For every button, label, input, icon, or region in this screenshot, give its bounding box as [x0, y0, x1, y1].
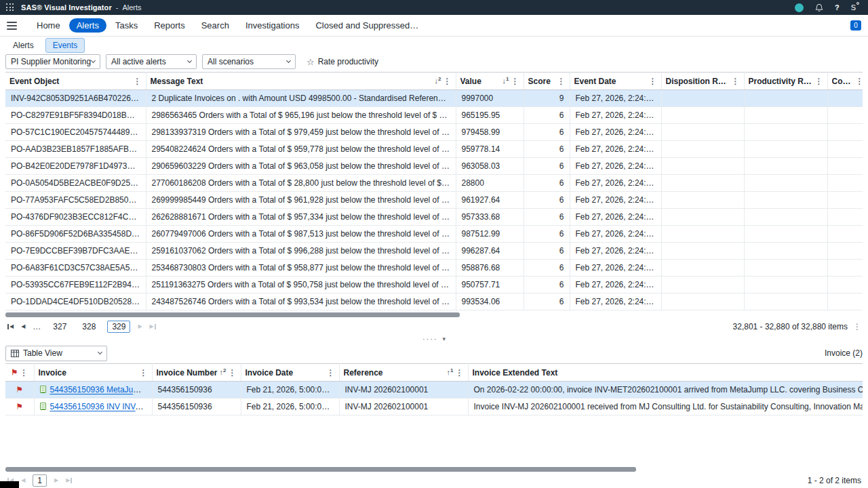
nav-tab-alerts[interactable]: Alerts [69, 18, 106, 33]
cell-message-text: 2 Duplicate Invoices on . with Amount US… [146, 90, 456, 107]
column-menu-icon[interactable]: ⋮ [456, 369, 464, 377]
next-page-button[interactable]: ▶ [138, 324, 142, 329]
cell-message-text: 295408224624 Orders with a Total of $ 95… [146, 141, 456, 158]
invoice-link[interactable]: 544356150936 INV INV-MJ 2… [50, 402, 153, 411]
cell-score: 6 [524, 243, 570, 260]
nav-tab-closed-suppressed[interactable]: Closed and Suppressed… [308, 18, 426, 33]
col-header-comments[interactable]: Comments⋮ [827, 73, 863, 90]
column-menu-icon[interactable]: ⋮ [134, 77, 142, 85]
user-avatar[interactable]: S [851, 3, 859, 12]
last-page-button[interactable]: ▶ [150, 324, 157, 329]
nav-tab-tasks[interactable]: Tasks [108, 18, 145, 33]
pager-menu-icon[interactable]: ⋮ [853, 323, 861, 331]
event-row[interactable]: PO-57C1C190EC2045757444891B9A29813393731… [5, 124, 863, 141]
detail-hscrollbar-thumb[interactable] [5, 467, 636, 472]
events-hscrollbar-thumb[interactable] [5, 312, 460, 317]
scenario-filter-select[interactable]: All scenarios [202, 54, 296, 69]
next-page-button[interactable]: ▶ [54, 478, 58, 483]
col-header-message-text[interactable]: Message Text↓2⋮ [146, 73, 456, 90]
column-menu-icon[interactable]: ⋮ [511, 77, 519, 85]
title-separator: - [116, 3, 119, 12]
current-page-button[interactable]: 1 [33, 474, 47, 487]
subtab-bar: Alerts Events [0, 37, 868, 54]
column-menu-icon[interactable]: ⋮ [140, 369, 148, 377]
column-menu-icon[interactable]: ⋮ [443, 77, 452, 85]
col-header-invoice[interactable]: Invoice⋮ [34, 364, 152, 382]
event-row[interactable]: PO-7E9DCCBEF39B7DFC3AAEE785FB25916103706… [5, 243, 863, 260]
panel-splitter[interactable]: ···· ▾ [0, 335, 868, 343]
cell-message-text: 277060186208 Orders with a Total of $ 28… [146, 175, 456, 192]
connection-status-icon[interactable] [795, 3, 804, 12]
col-header-value[interactable]: Value↓1⋮ [456, 73, 524, 90]
cell-invoice-number: 544356150936 [152, 382, 241, 399]
invoice-table: ⚑⋮ Invoice⋮ Invoice Number↑2⋮ Invoice Da… [5, 363, 863, 415]
page-button-327[interactable]: 327 [49, 321, 71, 332]
alert-filter-select[interactable]: All active alerts [106, 54, 197, 69]
notification-count-badge[interactable]: 0 [850, 20, 861, 30]
col-header-productivity-rating[interactable]: Productivity Rating⋮ [744, 73, 827, 90]
cell-event-object: PO-57C1C190EC2045757444891B9A [5, 124, 146, 141]
monitoring-strategy-select[interactable]: PI Supplier Monitoring [5, 54, 100, 69]
cell-comments [827, 293, 863, 310]
event-row[interactable]: PO-B42E0E20DE7978F1D4973BA42D29065960322… [5, 158, 863, 175]
cell-productivity-rating [744, 226, 827, 243]
col-header-score[interactable]: Score⋮ [524, 73, 570, 90]
column-menu-icon[interactable]: ⋮ [327, 369, 335, 377]
event-row[interactable]: PO-6A83F61CD3C57C38AE5A5D2B4F25346873080… [5, 260, 863, 277]
col-header-event-object[interactable]: Event Object⋮ [5, 73, 146, 90]
event-row[interactable]: INV-942C8053D9251A6B470226732D2 Duplicat… [5, 90, 863, 107]
nav-tab-investigations[interactable]: Investigations [238, 18, 307, 33]
invoice-row[interactable]: ⚑544356150936 MetaJump LL…544356150936Fe… [5, 382, 863, 399]
col-header-flag[interactable]: ⚑⋮ [5, 364, 34, 382]
cell-disposition-reason [661, 141, 744, 158]
column-menu-icon[interactable]: ⋮ [732, 77, 740, 85]
help-icon[interactable]: ? [835, 3, 840, 12]
nav-tab-reports[interactable]: Reports [146, 18, 193, 33]
app-launcher-icon[interactable] [6, 3, 14, 12]
event-row[interactable]: PO-AAD3B23EB1857F1885AFBB5C8229540822462… [5, 141, 863, 158]
prev-page-button[interactable]: ◀ [21, 478, 25, 483]
menu-icon[interactable] [7, 22, 17, 30]
page-button-328[interactable]: 328 [78, 321, 100, 332]
splitter-collapse-icon[interactable]: ▾ [443, 336, 446, 342]
column-menu-icon[interactable]: ⋮ [815, 77, 823, 85]
col-header-invoice-extended-text[interactable]: Invoice Extended Text⋮ [468, 364, 863, 382]
table-view-select[interactable]: Table View [5, 346, 107, 361]
column-menu-icon[interactable]: ⋮ [649, 77, 657, 85]
col-header-disposition-reason[interactable]: Disposition Reason⋮ [661, 73, 744, 90]
cell-value: 9997000 [456, 90, 524, 107]
first-page-button[interactable]: ◀ [7, 324, 14, 329]
invoice-link[interactable]: 544356150936 MetaJump LL… [50, 385, 153, 394]
col-header-reference[interactable]: Reference↑1⋮ [339, 364, 468, 382]
rate-productivity-button[interactable]: ☆ Rate productivity [307, 57, 378, 66]
cell-score: 6 [524, 192, 570, 209]
last-page-button[interactable]: ▶ [66, 478, 73, 483]
event-row[interactable]: PO-77A953FAFC5C58ED2B850ADE3526999998544… [5, 192, 863, 209]
nav-tab-search[interactable]: Search [194, 18, 237, 33]
invoice-header-row: ⚑⋮ Invoice⋮ Invoice Number↑2⋮ Invoice Da… [5, 364, 863, 382]
column-menu-icon[interactable]: ⋮ [229, 369, 237, 377]
event-row[interactable]: PO-0A5054D5BE2ACBE0F9D25F02DB27706018620… [5, 175, 863, 192]
nav-tab-home[interactable]: Home [29, 18, 68, 33]
detail-toolbar: Table View Invoice (2) [0, 343, 868, 363]
prev-page-button[interactable]: ◀ [21, 324, 25, 329]
event-row[interactable]: PO-86F5D906F52D6BA335458D922126077949700… [5, 226, 863, 243]
event-row[interactable]: PO-1DDAD4CE4DF510DB20528C73EF24348752674… [5, 293, 863, 310]
event-row[interactable]: PO-C8297E91BF5F8394D018BCA7552986563465 … [5, 107, 863, 124]
subtab-alerts[interactable]: Alerts [5, 38, 41, 53]
cell-productivity-rating [744, 293, 827, 310]
event-row[interactable]: PO-4376DF9023B3ECC812F4CA7D5326262888167… [5, 209, 863, 226]
current-page-button[interactable]: 329 [107, 321, 130, 333]
col-header-invoice-number[interactable]: Invoice Number↑2⋮ [152, 364, 241, 382]
col-header-event-date[interactable]: Event Date⋮ [570, 73, 661, 90]
invoice-row[interactable]: ⚑544356150936 INV INV-MJ 2…544356150936F… [5, 399, 863, 415]
column-menu-icon[interactable]: ⋮ [557, 77, 566, 85]
subtab-events[interactable]: Events [45, 38, 85, 53]
event-row[interactable]: PO-53935CC67FEB9E112F2B946E6225119136327… [5, 277, 863, 293]
column-menu-icon[interactable]: ⋮ [856, 77, 863, 85]
cell-event-date: Feb 27, 2026, 2:24:35 AM [570, 293, 661, 310]
column-menu-icon[interactable]: ⋮ [20, 369, 28, 377]
notifications-icon[interactable] [815, 3, 823, 12]
col-header-invoice-date[interactable]: Invoice Date⋮ [241, 364, 339, 382]
page-ellipsis[interactable]: … [33, 322, 41, 331]
